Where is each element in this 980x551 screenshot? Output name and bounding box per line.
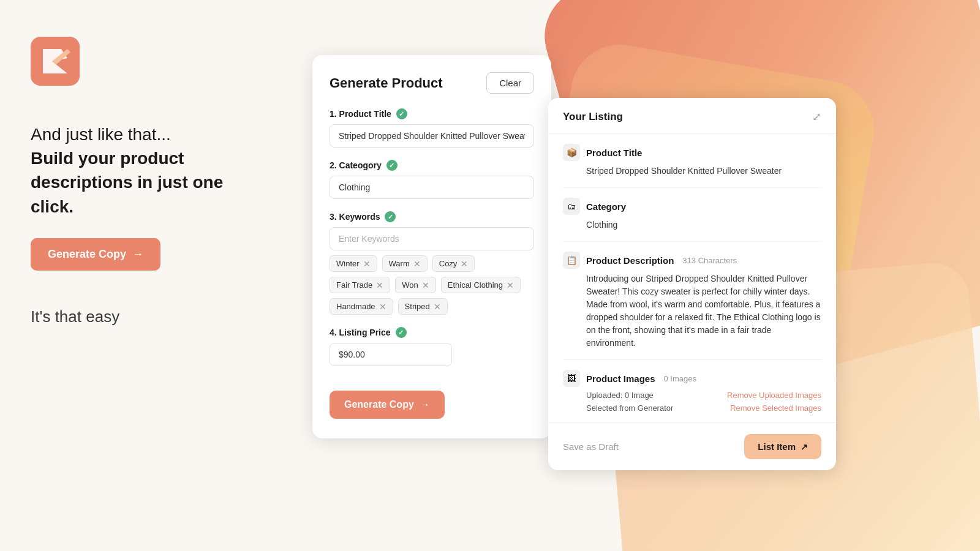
product-title-label: 1. Product Title ✓ (330, 108, 534, 119)
form-generate-button[interactable]: Generate Copy → (330, 391, 445, 419)
listing-card: Your Listing ⤢ 📦 Product Title Striped D… (548, 98, 836, 470)
remove-fair-trade-tag[interactable]: ✕ (376, 281, 383, 290)
remove-striped-tag[interactable]: ✕ (434, 302, 441, 311)
listing-product-title-section: 📦 Product Title Striped Dropped Shoulder… (563, 134, 821, 188)
category-check-icon: ✓ (386, 160, 398, 171)
product-title-section: 1. Product Title ✓ (330, 108, 534, 148)
remove-winter-tag[interactable]: ✕ (363, 260, 371, 268)
category-label: 2. Cateogory ✓ (330, 160, 534, 171)
listing-category-header: 🗂 Category (563, 198, 821, 215)
listing-footer: Save as Draft List Item ↗ (548, 422, 836, 470)
remove-ethical-clothing-tag[interactable]: ✕ (507, 281, 514, 290)
listing-category-value: Clothing (563, 219, 821, 231)
external-link-icon[interactable]: ⤢ (812, 110, 821, 124)
keywords-label: 3. Keywords ✓ (330, 211, 534, 222)
listing-price-check-icon: ✓ (396, 327, 407, 338)
listing-images-section: 🖼 Product Images 0 Images Uploaded: 0 Im… (563, 360, 821, 422)
form-header: Generate Product Clear (330, 72, 534, 94)
listing-body: 📦 Product Title Striped Dropped Shoulder… (548, 134, 836, 422)
remove-cozy-tag[interactable]: ✕ (461, 260, 468, 268)
listing-description-section: 📋 Product Description 313 Characters Int… (563, 242, 821, 360)
category-section-icon: 🗂 (563, 198, 580, 215)
uploaded-images-info: Uploaded: 0 Image (586, 391, 654, 400)
description-section-icon: 📋 (563, 252, 580, 269)
remove-selected-images-link[interactable]: Remove Selected Images (730, 403, 821, 413)
keywords-section: 3. Keywords ✓ Winter ✕ Warm ✕ Cozy ✕ Fai… (330, 211, 534, 315)
list-item-button[interactable]: List Item ↗ (744, 434, 821, 459)
keywords-input[interactable] (330, 227, 534, 250)
generate-product-form: Generate Product Clear 1. Product Title … (312, 55, 551, 438)
tag-won: Won ✕ (395, 277, 436, 293)
tags-container: Winter ✕ Warm ✕ Cozy ✕ Fair Trade ✕ Won … (330, 255, 534, 315)
easy-text: It's that easy (31, 307, 251, 326)
list-item-arrow-icon: ↗ (801, 442, 808, 452)
listing-product-title-value: Striped Dropped Shoulder Knitted Pullove… (563, 165, 821, 178)
remove-won-tag[interactable]: ✕ (422, 281, 429, 290)
form-title: Generate Product (330, 75, 443, 91)
left-panel: And just like that... Build your product… (0, 0, 282, 551)
app-logo (31, 37, 80, 86)
tag-cozy: Cozy ✕ (432, 255, 475, 272)
listing-images-label: Product Images (586, 373, 655, 384)
keywords-check-icon: ✓ (385, 211, 396, 222)
remove-warm-tag[interactable]: ✕ (413, 260, 421, 268)
category-input[interactable] (330, 176, 534, 199)
listing-category-section: 🗂 Category Clothing (563, 188, 821, 242)
images-section-icon: 🖼 (563, 370, 580, 387)
tag-winter: Winter ✕ (330, 255, 377, 272)
listing-description-header: 📋 Product Description 313 Characters (563, 252, 821, 269)
uploaded-images-row: Uploaded: 0 Image Remove Uploaded Images (563, 391, 821, 400)
listing-description-value: Introducing our Striped Dropped Shoulder… (563, 272, 821, 350)
save-draft-button[interactable]: Save as Draft (563, 441, 619, 452)
hero-generate-button[interactable]: Generate Copy → (31, 238, 160, 271)
selected-images-row: Selected from Generator Remove Selected … (563, 403, 821, 413)
tag-warm: Warm ✕ (382, 255, 428, 272)
listing-header: Your Listing ⤢ (548, 98, 836, 134)
description-char-count: 313 Characters (682, 256, 737, 265)
clear-button[interactable]: Clear (486, 72, 534, 94)
product-title-check-icon: ✓ (396, 108, 407, 119)
images-count: 0 Images (664, 374, 696, 383)
listing-price-label: 4. Listing Price ✓ (330, 327, 534, 338)
tag-fair-trade: Fair Trade ✕ (330, 277, 390, 293)
listing-price-section: 4. Listing Price ✓ (330, 327, 534, 366)
listing-product-title-label: Product Title (586, 148, 642, 158)
tag-handmade: Handmade ✕ (330, 298, 393, 315)
listing-card-title: Your Listing (563, 111, 623, 123)
listing-description-label: Product Description (586, 255, 674, 266)
remove-uploaded-images-link[interactable]: Remove Uploaded Images (727, 391, 821, 400)
listing-product-title-header: 📦 Product Title (563, 144, 821, 161)
tag-ethical-clothing: Ethical Clothing ✕ (441, 277, 521, 293)
listing-images-header: 🖼 Product Images 0 Images (563, 370, 821, 387)
hero-text: And just like that... Build your product… (31, 122, 251, 219)
tag-striped: Striped ✕ (398, 298, 448, 315)
listing-category-label: Category (586, 201, 626, 212)
remove-handmade-tag[interactable]: ✕ (379, 302, 386, 311)
product-title-input[interactable] (330, 124, 534, 148)
selected-from-generator-info: Selected from Generator (586, 403, 673, 413)
product-title-section-icon: 📦 (563, 144, 580, 161)
category-section: 2. Cateogory ✓ (330, 160, 534, 199)
listing-price-input[interactable] (330, 343, 452, 366)
